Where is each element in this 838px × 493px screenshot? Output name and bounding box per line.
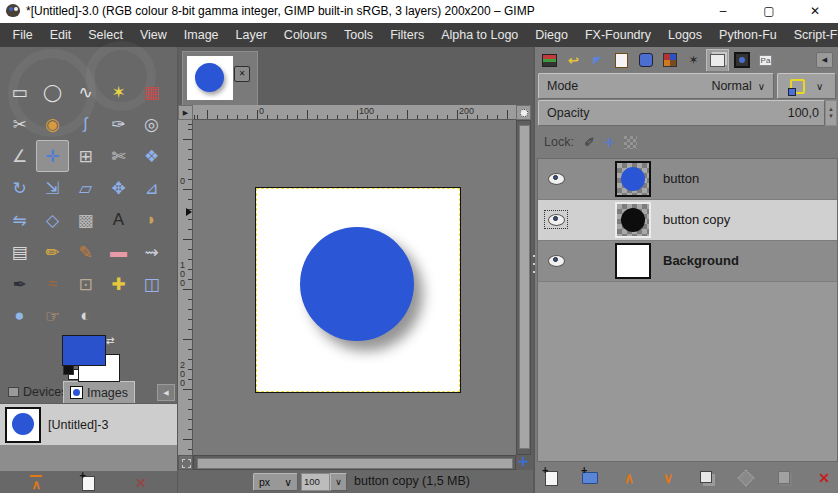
visibility-toggle[interactable] xyxy=(545,170,567,187)
tool-blur-sharpen[interactable]: ● xyxy=(3,300,36,332)
blend-mode-dropdown[interactable]: Mode Normal ∨ xyxy=(538,73,774,99)
menu-logos[interactable]: Logos xyxy=(659,23,710,47)
spin-up-icon[interactable]: ▲ xyxy=(828,106,834,113)
foreground-colour-swatch[interactable] xyxy=(62,335,106,366)
unit-dropdown[interactable]: px ∨ xyxy=(253,473,298,491)
tool-pencil[interactable]: ✏ xyxy=(36,236,69,268)
pane-splitter-handle[interactable] xyxy=(533,255,535,279)
tool-shear[interactable]: ▱ xyxy=(69,172,102,204)
dock-tab-document-history[interactable] xyxy=(610,49,633,71)
tool-mypaint-brush[interactable]: ≈ xyxy=(36,268,69,300)
mode-group-switch-button[interactable]: ∨ xyxy=(777,73,836,99)
menu-alpha-to-logo[interactable]: Alpha to Logo xyxy=(433,23,527,47)
tool-crop[interactable]: ✄ xyxy=(102,140,135,172)
dock-tab-paths[interactable] xyxy=(682,49,705,71)
tool-bucket-fill[interactable]: ◗ xyxy=(135,204,168,236)
menu-diego[interactable]: Diego xyxy=(527,23,577,47)
layer-row-button-copy[interactable]: button copy xyxy=(538,200,837,241)
tool-clone[interactable]: ⊡ xyxy=(69,268,102,300)
tool-ellipse-select[interactable]: ◯ xyxy=(36,76,69,108)
tool-fuzzy-select[interactable]: ✶ xyxy=(102,76,135,108)
canvas-viewport[interactable] xyxy=(193,120,516,455)
tool-scale[interactable]: ⇲ xyxy=(36,172,69,204)
swap-colours-icon[interactable]: ⇄ xyxy=(106,335,114,346)
dock-tab-images[interactable] xyxy=(730,49,753,71)
tool-foreground-select[interactable]: ◉ xyxy=(36,108,69,140)
minimize-button[interactable]: – xyxy=(706,0,740,23)
tab-images[interactable]: Images xyxy=(63,381,135,403)
dock-tab-brushes[interactable] xyxy=(538,49,561,71)
tool-text[interactable]: A xyxy=(102,204,135,236)
zoom-dropdown-button[interactable]: ∨ xyxy=(330,473,347,491)
tool-unified-transform[interactable]: ❖ xyxy=(135,140,168,172)
menu-tools[interactable]: Tools xyxy=(335,23,381,47)
tool-smudge[interactable]: ☞ xyxy=(36,300,69,332)
lock-position-icon[interactable]: ✛ xyxy=(604,135,615,150)
dock-tab-palettes[interactable] xyxy=(634,49,657,71)
vertical-scrollbar[interactable] xyxy=(516,120,531,455)
lock-alpha-icon[interactable] xyxy=(624,136,637,149)
menu-filters[interactable]: Filters xyxy=(382,23,433,47)
tool-airbrush[interactable]: ⇝ xyxy=(135,236,168,268)
zoom-follow-window-button[interactable] xyxy=(516,105,531,120)
quick-mask-toggle[interactable] xyxy=(178,455,193,470)
tool-eraser[interactable]: ▬ xyxy=(102,236,135,268)
close-button[interactable]: ✕ xyxy=(798,0,832,23)
visibility-toggle[interactable] xyxy=(545,252,567,269)
dock-tab-undo-history[interactable] xyxy=(562,49,585,71)
tool-select-by-colour[interactable]: ▦ xyxy=(135,76,168,108)
horizontal-scrollbar[interactable] xyxy=(193,455,516,470)
tool-handle-transform[interactable]: ✥ xyxy=(102,172,135,204)
dock-tab-fonts[interactable] xyxy=(754,49,777,71)
dock-collapse-button[interactable]: ◀ xyxy=(816,52,833,68)
vertical-scrollbar-thumb[interactable] xyxy=(519,125,530,449)
opacity-spinner[interactable]: ▲ ▼ xyxy=(825,100,837,126)
dock-tab-tool-options[interactable] xyxy=(586,49,609,71)
spin-down-icon[interactable]: ▼ xyxy=(828,113,834,120)
tool-move[interactable]: ✛ xyxy=(36,140,69,172)
menu-fx-foundry[interactable]: FX-Foundry xyxy=(576,23,659,47)
menu-python-fu[interactable]: Python-Fu xyxy=(711,23,786,47)
menu-edit[interactable]: Edit xyxy=(41,23,80,47)
tool-paths[interactable]: ʃ xyxy=(69,108,102,140)
tool-warp-transform[interactable]: ▩ xyxy=(69,204,102,236)
tool-align[interactable]: ⊞ xyxy=(69,140,102,172)
tool-measure[interactable]: ∠ xyxy=(3,140,36,172)
visibility-toggle[interactable] xyxy=(545,211,567,228)
tool-free-select[interactable]: ∿ xyxy=(69,76,102,108)
tool-cage-transform[interactable]: ◇ xyxy=(36,204,69,236)
new-image[interactable] xyxy=(78,473,98,493)
zoom-level-input[interactable]: 100 % xyxy=(301,473,330,491)
tool-scissors-select[interactable]: ✂ xyxy=(3,108,36,140)
tool-rectangle-select[interactable]: ▭ xyxy=(3,76,36,108)
tool-gradient[interactable]: ▤ xyxy=(3,236,36,268)
left-dock-menu-button[interactable]: ◀ xyxy=(157,384,175,401)
tool-flip[interactable]: ⇋ xyxy=(3,204,36,236)
image-tab-close-icon[interactable]: ✕ xyxy=(234,66,250,82)
raise-image[interactable] xyxy=(26,473,46,493)
horizontal-ruler[interactable]: 0 100 200 xyxy=(193,105,516,120)
ruler-corner-button[interactable]: ▶ xyxy=(178,105,193,120)
menu-view[interactable]: View xyxy=(131,23,175,47)
menu-colours[interactable]: Colours xyxy=(275,23,335,47)
dock-tab-channels[interactable] xyxy=(658,49,681,71)
tool-rotate[interactable]: ↻ xyxy=(3,172,36,204)
vertical-ruler[interactable]: 0 100 200 xyxy=(178,120,193,455)
navigation-cross-button[interactable]: ✛ xyxy=(516,455,531,470)
horizontal-scrollbar-thumb[interactable] xyxy=(197,458,513,469)
tool-ink[interactable]: ✒ xyxy=(3,268,36,300)
tool-perspective-clone[interactable]: ◫ xyxy=(135,268,168,300)
layer-row-button[interactable]: button xyxy=(538,159,837,200)
layer-row-background[interactable]: Background xyxy=(538,241,837,282)
menu-layer[interactable]: Layer xyxy=(227,23,275,47)
canvas-image[interactable] xyxy=(256,188,460,392)
dock-tab-layers[interactable] xyxy=(706,49,729,71)
delete-image[interactable] xyxy=(131,473,151,493)
lock-pixels-icon[interactable]: ✐ xyxy=(584,135,595,150)
tool-zoom[interactable]: ◎ xyxy=(135,108,168,140)
image-list-item[interactable]: [Untitled]-3 xyxy=(0,403,177,446)
maximize-button[interactable]: ▢ xyxy=(752,0,786,23)
menu-file[interactable]: File xyxy=(4,23,41,47)
tool-paintbrush[interactable]: ✎ xyxy=(69,236,102,268)
tool-perspective[interactable]: ⊿ xyxy=(135,172,168,204)
